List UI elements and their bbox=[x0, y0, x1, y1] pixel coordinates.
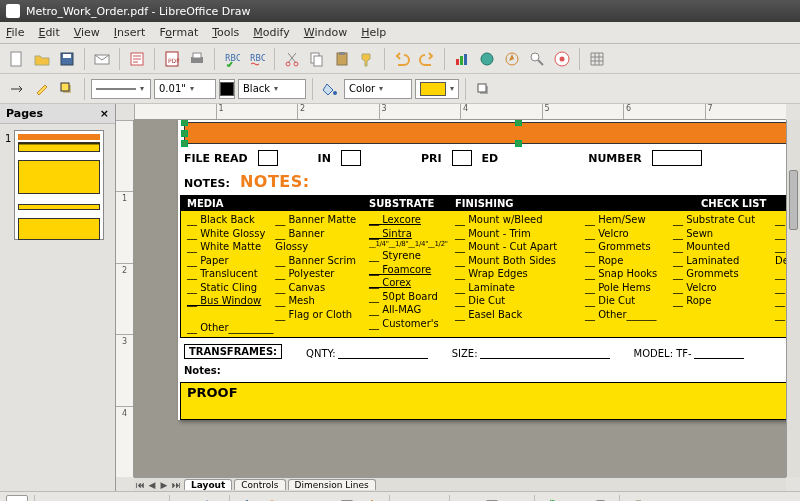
text-tool-icon[interactable]: T bbox=[141, 495, 163, 502]
ellipse-tool-icon[interactable] bbox=[116, 495, 138, 502]
number-box bbox=[652, 150, 702, 166]
align-icon[interactable] bbox=[566, 495, 588, 502]
copy-icon[interactable] bbox=[306, 48, 328, 70]
tab-controls[interactable]: Controls bbox=[234, 479, 285, 490]
undo-icon[interactable] bbox=[391, 48, 413, 70]
format-paint-icon[interactable] bbox=[356, 48, 378, 70]
horizontal-ruler[interactable]: 1234567 bbox=[134, 104, 786, 120]
shadow-icon[interactable] bbox=[56, 78, 78, 100]
svg-rect-19 bbox=[464, 54, 467, 65]
tab-layout[interactable]: Layout bbox=[184, 479, 232, 490]
line-style-combo[interactable]: ▾ bbox=[91, 79, 151, 99]
yellow-form-block: MEDIA SUBSTRATE FINISHING CHECK LIST Bla… bbox=[180, 195, 786, 338]
svg-rect-0 bbox=[11, 52, 21, 66]
extrusion-icon[interactable] bbox=[626, 495, 648, 502]
new-icon[interactable] bbox=[6, 48, 28, 70]
ed-label: ED bbox=[482, 152, 499, 165]
cut-icon[interactable] bbox=[281, 48, 303, 70]
navigator-icon[interactable] bbox=[501, 48, 523, 70]
vertical-scrollbar[interactable] bbox=[786, 120, 800, 477]
hyperlink-icon[interactable] bbox=[476, 48, 498, 70]
flowchart-icon[interactable] bbox=[311, 495, 333, 502]
from-file-icon[interactable] bbox=[481, 495, 503, 502]
redo-icon[interactable] bbox=[416, 48, 438, 70]
fill-mode-combo[interactable]: Color▾ bbox=[344, 79, 412, 99]
line-width-combo[interactable]: 0.01"▾ bbox=[154, 79, 216, 99]
gallery-icon[interactable] bbox=[506, 495, 528, 502]
arrange-icon[interactable] bbox=[591, 495, 613, 502]
menu-window[interactable]: Window bbox=[304, 26, 347, 39]
callout-icon[interactable] bbox=[336, 495, 358, 502]
rotate-icon[interactable] bbox=[541, 495, 563, 502]
pdf-export-icon[interactable]: PDF bbox=[161, 48, 183, 70]
menu-edit[interactable]: Edit bbox=[38, 26, 59, 39]
notes-label-small: NOTES: bbox=[184, 177, 230, 190]
hdr-finishing: FINISHING bbox=[449, 196, 695, 211]
edit-doc-icon[interactable] bbox=[126, 48, 148, 70]
tab-nav-last-icon[interactable]: ⏭ bbox=[170, 480, 182, 490]
pages-panel-close-icon[interactable]: × bbox=[100, 107, 109, 120]
fill-bucket-icon[interactable] bbox=[319, 78, 341, 100]
svg-text:PDF: PDF bbox=[168, 57, 180, 64]
basic-shapes-icon[interactable] bbox=[236, 495, 258, 502]
line-tool-icon[interactable] bbox=[41, 495, 63, 502]
hdr-checklist: CHECK LIST bbox=[695, 196, 786, 211]
line-color-combo[interactable]: Black▾ bbox=[238, 79, 306, 99]
fill-color-combo[interactable]: ▾ bbox=[415, 79, 459, 99]
help-icon[interactable] bbox=[551, 48, 573, 70]
pages-panel-title: Pages bbox=[6, 107, 43, 120]
print-icon[interactable] bbox=[186, 48, 208, 70]
notes-row: NOTES: NOTES: bbox=[184, 172, 786, 191]
grid-icon[interactable] bbox=[586, 48, 608, 70]
tab-scroll-bar: ⏮ ◀ ▶ ⏭ Layout Controls Dimension Lines bbox=[134, 477, 786, 491]
stars-icon[interactable] bbox=[361, 495, 383, 502]
hdr-substrate: SUBSTRATE bbox=[363, 196, 449, 211]
document-page: FILE READ IN PRIED NUMBER NOTES: NOTES: … bbox=[178, 120, 786, 420]
save-icon[interactable] bbox=[56, 48, 78, 70]
symbol-shapes-icon[interactable] bbox=[261, 495, 283, 502]
menu-help[interactable]: Help bbox=[361, 26, 386, 39]
svg-text:RBC: RBC bbox=[225, 54, 240, 63]
menu-tools[interactable]: Tools bbox=[212, 26, 239, 39]
tab-nav-next-icon[interactable]: ▶ bbox=[158, 480, 170, 490]
shadow-toggle-icon[interactable] bbox=[472, 78, 494, 100]
chart-icon[interactable] bbox=[451, 48, 473, 70]
media-column: Black BackWhite GlossyWhite MattePaperTr… bbox=[181, 211, 363, 337]
vertical-ruler[interactable]: 1234 bbox=[116, 120, 134, 477]
glue-points-icon[interactable] bbox=[421, 495, 443, 502]
rect-tool-icon[interactable] bbox=[91, 495, 113, 502]
menu-file[interactable]: File bbox=[6, 26, 24, 39]
line-color-swatch[interactable] bbox=[219, 79, 235, 99]
connector-tool-icon[interactable] bbox=[201, 495, 223, 502]
zoom-icon[interactable] bbox=[526, 48, 548, 70]
page-thumbnail-1[interactable]: 1 bbox=[14, 130, 104, 240]
autospell-icon[interactable]: RBC bbox=[246, 48, 268, 70]
mail-icon[interactable] bbox=[91, 48, 113, 70]
arrow-style-icon[interactable] bbox=[6, 78, 28, 100]
svg-text:RBC: RBC bbox=[250, 54, 265, 63]
orange-header-bar[interactable] bbox=[184, 122, 786, 144]
tab-nav-prev-icon[interactable]: ◀ bbox=[146, 480, 158, 490]
curve-tool-icon[interactable] bbox=[176, 495, 198, 502]
menu-insert[interactable]: Insert bbox=[114, 26, 146, 39]
menu-view[interactable]: View bbox=[74, 26, 100, 39]
menu-modify[interactable]: Modify bbox=[253, 26, 289, 39]
svg-point-24 bbox=[560, 56, 565, 61]
thumbnail-number: 1 bbox=[5, 133, 11, 144]
window-title: Metro_Work_Order.pdf - LibreOffice Draw bbox=[26, 5, 251, 18]
points-edit-icon[interactable] bbox=[396, 495, 418, 502]
select-tool-icon[interactable] bbox=[6, 495, 28, 502]
paste-icon[interactable] bbox=[331, 48, 353, 70]
fontwork-icon[interactable]: A bbox=[456, 495, 478, 502]
highlight-icon[interactable] bbox=[31, 78, 53, 100]
arrow-tool-icon[interactable] bbox=[66, 495, 88, 502]
block-arrows-icon[interactable] bbox=[286, 495, 308, 502]
tab-nav-first-icon[interactable]: ⏮ bbox=[134, 480, 146, 490]
notes-label-big: NOTES: bbox=[240, 172, 310, 191]
spellcheck-icon[interactable]: RBC bbox=[221, 48, 243, 70]
tab-dimension[interactable]: Dimension Lines bbox=[288, 479, 376, 490]
menu-format[interactable]: Format bbox=[159, 26, 198, 39]
drawing-canvas[interactable]: FILE READ IN PRIED NUMBER NOTES: NOTES: … bbox=[134, 120, 786, 477]
open-icon[interactable] bbox=[31, 48, 53, 70]
transframes-row: TRANSFRAMES: QNTY: SIZE: MODEL: TF- bbox=[184, 344, 786, 359]
